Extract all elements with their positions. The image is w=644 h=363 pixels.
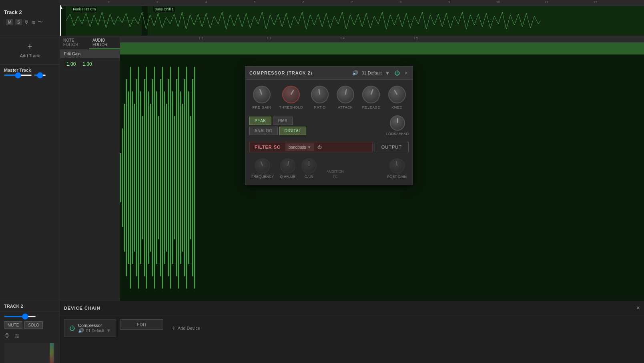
modal-header: COMPRESSOR (TRACK 2) 🔊 01 Default ▼ ⏻ × <box>245 67 413 80</box>
lookahead-group: LOOKAHEAD <box>386 115 409 136</box>
mic-icon[interactable]: 🎙 <box>24 19 29 25</box>
filter-sc-label: FILTER SC <box>250 142 285 152</box>
track2-sidebar: Track 2 M S 🎙 ≋ 〜 <box>0 0 60 36</box>
headphone-icon[interactable]: 〜 <box>38 18 43 26</box>
tab-audio-editor[interactable]: AUDIO EDITOR <box>89 36 120 49</box>
filter-gain-knob[interactable] <box>301 158 317 173</box>
ratio-knob[interactable] <box>311 86 329 103</box>
master-track-sliders <box>4 75 56 76</box>
mode-buttons: PEAK RMS ANALOG DIGITAL <box>249 117 306 135</box>
playhead <box>60 6 61 36</box>
attack-group: ATTACK <box>337 86 354 109</box>
frequency-group: FREQUENCY <box>251 158 274 179</box>
digital-button[interactable]: DIGITAL <box>279 127 307 135</box>
svg-rect-19 <box>148 91 149 264</box>
analog-button[interactable]: ANALOG <box>249 127 278 135</box>
rms-button[interactable]: RMS <box>273 117 293 125</box>
preset-dropdown-icon[interactable]: ▼ <box>385 70 390 76</box>
filter-sc-dropdown[interactable]: bandpass ▼ <box>285 143 314 151</box>
add-device-plus-icon: + <box>172 325 176 332</box>
knee-group: KNEE <box>388 86 406 109</box>
solo-button[interactable]: S <box>15 19 22 25</box>
post-gain-knob[interactable] <box>389 158 405 173</box>
bottom-solo-button[interactable]: SOLO <box>24 321 43 329</box>
svg-rect-15 <box>140 91 141 264</box>
svg-rect-34 <box>178 67 179 289</box>
filter-sc-dropdown-icon: ▼ <box>307 145 311 149</box>
ratio-group: RATIO <box>311 86 329 109</box>
master-volume-slider[interactable] <box>4 75 32 76</box>
frequency-label: FREQUENCY <box>251 175 274 179</box>
bottom-mode-buttons: ANALOG DIGITAL <box>249 127 306 135</box>
svg-rect-6 <box>122 129 123 227</box>
bottom-track-icons: 🎙 ≋ <box>0 330 60 342</box>
device-speaker-icon: 🔊 <box>78 328 84 333</box>
svg-rect-16 <box>142 116 143 240</box>
compressor-device-item: ⏻ Compressor 🔊 01 Default ▼ <box>64 319 116 337</box>
lookahead-knob[interactable] <box>390 115 405 131</box>
frequency-knob[interactable] <box>255 158 270 173</box>
device-chain-close-button[interactable]: × <box>636 305 640 312</box>
ruler-4: 1.5 <box>413 36 418 40</box>
filter-sc-row: FILTER SC bandpass ▼ ⏻ OUTPUT <box>249 142 409 152</box>
peak-button[interactable]: PEAK <box>249 117 271 125</box>
editor-tabs: NOTE EDITOR AUDIO EDITOR <box>60 36 120 50</box>
post-gain-group: POST GAIN <box>387 158 407 179</box>
left-sidebar: + Add Track Master Track <box>0 36 60 301</box>
master-track-header: Master Track <box>0 65 60 79</box>
output-button[interactable]: OUTPUT <box>375 142 409 152</box>
device-preset: 01 Default <box>86 329 104 333</box>
attack-knob[interactable] <box>337 86 354 103</box>
svg-rect-23 <box>156 91 157 264</box>
knee-knob[interactable] <box>388 86 406 103</box>
device-power-icon[interactable]: ⏻ <box>69 325 75 331</box>
content-editor-sidebar: NOTE EDITOR AUDIO EDITOR Edit Gain 1.00 … <box>60 36 120 301</box>
bottom-volume-slider[interactable] <box>4 316 36 317</box>
knee-label: KNEE <box>391 105 402 109</box>
filter-gain-label: GAIN <box>305 175 313 179</box>
track2-name: Track 2 <box>2 8 58 16</box>
bottom-eq-icon[interactable]: ≋ <box>14 332 20 340</box>
edit-button[interactable]: EDIT <box>120 319 163 330</box>
release-knob[interactable] <box>362 86 380 103</box>
svg-rect-7 <box>124 104 125 252</box>
svg-rect-17 <box>144 79 145 276</box>
qvalue-knob[interactable] <box>280 158 295 173</box>
bottom-track-sidebar: TRACK 2 MUTE SOLO 🎙 ≋ <box>0 301 60 363</box>
svg-rect-18 <box>146 67 147 289</box>
svg-rect-32 <box>174 116 175 240</box>
svg-rect-33 <box>176 79 177 276</box>
svg-rect-29 <box>168 79 169 276</box>
gain-value-right: 1.00 <box>80 60 94 68</box>
svg-rect-24 <box>158 116 159 240</box>
device-chain-area: DEVICE CHAIN × ⏻ Compressor 🔊 01 Default… <box>60 301 644 363</box>
svg-rect-39 <box>188 91 189 264</box>
svg-rect-31 <box>172 91 173 264</box>
wave-icon[interactable]: ≋ <box>31 19 36 25</box>
device-preset-arrow[interactable]: ▼ <box>106 328 111 333</box>
add-device-label: Add Device <box>178 326 200 331</box>
top-mode-buttons: PEAK RMS <box>249 117 306 125</box>
mute-button[interactable]: M <box>6 19 13 25</box>
filter-sc-power-icon[interactable]: ⏻ <box>314 143 325 151</box>
bottom-track-name: TRACK 2 <box>0 301 60 311</box>
ratio-label: RATIO <box>314 105 325 109</box>
compressor-power-button[interactable]: ⏻ <box>393 69 401 77</box>
bottom-mute-solo: MUTE SOLO <box>0 320 60 330</box>
bottom-mute-button[interactable]: MUTE <box>4 321 22 329</box>
preset-name: 01 Default <box>361 71 381 75</box>
add-track-button[interactable]: + Add Track <box>4 42 56 58</box>
add-device-button[interactable]: + Add Device <box>167 319 205 337</box>
master-pan-slider[interactable] <box>34 75 46 76</box>
svg-rect-13 <box>136 79 137 276</box>
pregain-knob[interactable] <box>253 86 271 103</box>
svg-rect-8 <box>126 79 127 276</box>
tab-note-editor[interactable]: NOTE EDITOR <box>60 36 89 49</box>
threshold-knob[interactable] <box>282 86 300 103</box>
bottom-mic-icon[interactable]: 🎙 <box>4 333 10 340</box>
compressor-close-button[interactable]: × <box>404 69 409 77</box>
add-track-area: + Add Track <box>0 36 60 65</box>
svg-rect-30 <box>170 67 171 289</box>
add-track-label: Add Track <box>20 53 40 58</box>
device-list: ⏻ Compressor 🔊 01 Default ▼ EDIT <box>60 315 644 341</box>
